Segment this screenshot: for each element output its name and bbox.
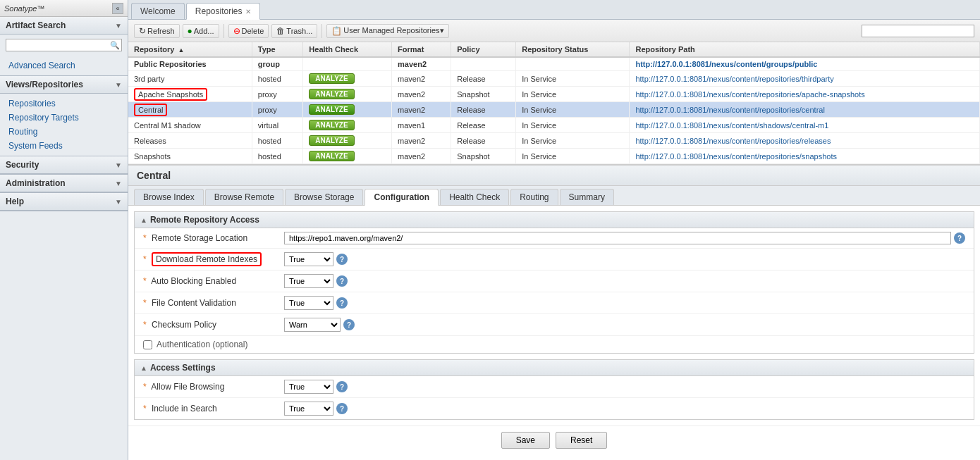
reset-button[interactable]: Reset [556, 432, 607, 449]
col-format[interactable]: Format [392, 42, 451, 57]
checksum-policy-select[interactable]: Warn Ignore Strict [284, 318, 341, 332]
artifact-search-header[interactable]: Artifact Search ▼ [0, 17, 128, 35]
user-managed-button[interactable]: 📋 User Managed Repositories▾ [326, 24, 448, 38]
advanced-search-link[interactable]: Advanced Search [0, 58, 128, 73]
search-icon[interactable]: 🔍 [110, 41, 120, 50]
views-repos-header[interactable]: Views/Repositories ▼ [0, 76, 128, 94]
sidebar-item-system-feeds[interactable]: System Feeds [0, 139, 128, 153]
required-marker: * [143, 276, 147, 286]
col-type[interactable]: Type [252, 42, 303, 57]
tab-browse-remote[interactable]: Browse Remote [205, 189, 283, 205]
table-row[interactable]: Snapshots hosted ANALYZE maven2 Snapshot… [128, 149, 980, 164]
table-row[interactable]: Central proxy ANALYZE maven2 Release In … [128, 102, 980, 118]
repo-name: Snapshots [128, 149, 252, 164]
required-marker: * [143, 404, 147, 414]
repo-name: Public Repositories [128, 57, 252, 71]
artifact-search-box: 🔍 [0, 35, 128, 56]
delete-button[interactable]: ⊖ Delete [228, 24, 269, 38]
tab-browse-storage[interactable]: Browse Storage [285, 189, 363, 205]
col-health-check[interactable]: Health Check [303, 42, 392, 57]
tab-browse-index[interactable]: Browse Index [134, 189, 204, 205]
help-header[interactable]: Help ▼ [0, 193, 128, 211]
checksum-help-icon[interactable]: ? [343, 319, 355, 330]
analyze-button[interactable]: ANALYZE [309, 73, 354, 84]
download-remote-indexes-row: * Download Remote Indexes True False ? [135, 249, 974, 271]
download-indexes-help-icon[interactable]: ? [336, 254, 348, 265]
trash-button[interactable]: 🗑 Trash... [271, 24, 317, 38]
tab-routing[interactable]: Routing [510, 189, 558, 205]
auth-checkbox[interactable] [143, 340, 152, 349]
auth-label: Authentication (optional) [157, 340, 247, 349]
table-row[interactable]: Releases hosted ANALYZE maven2 Release I… [128, 133, 980, 149]
table-row[interactable]: Public Repositories group maven2 http://… [128, 57, 980, 71]
col-status[interactable]: Repository Status [516, 42, 630, 57]
repo-path: http://127.0.0.1:8081/nexus/content/repo… [630, 87, 980, 102]
download-remote-indexes-select[interactable]: True False [284, 252, 333, 266]
delete-icon: ⊖ [233, 26, 240, 36]
auto-blocking-select[interactable]: True False [284, 274, 333, 288]
col-repository[interactable]: Repository ▲ [128, 42, 252, 57]
file-content-validation-select[interactable]: True False [284, 296, 333, 310]
tab-repositories[interactable]: Repositories ✕ [186, 3, 260, 20]
analyze-button[interactable]: ANALYZE [309, 151, 354, 161]
main-area: Welcome Repositories ✕ ↻ Refresh ● Add..… [128, 0, 980, 460]
analyze-button[interactable]: ANALYZE [309, 89, 354, 99]
search-input[interactable] [6, 39, 122, 51]
analyze-button[interactable]: ANALYZE [309, 120, 354, 130]
include-search-help-icon[interactable]: ? [336, 403, 348, 414]
table-row[interactable]: Central M1 shadow virtual ANALYZE maven1… [128, 118, 980, 133]
administration-header[interactable]: Administration ▼ [0, 175, 128, 192]
col-policy[interactable]: Policy [451, 42, 516, 57]
refresh-button[interactable]: ↻ Refresh [134, 24, 180, 38]
allow-file-browsing-row: * Allow File Browsing True False ? [135, 376, 974, 398]
collapse-icon: ▲ [140, 216, 147, 224]
analyze-button-green[interactable]: ANALYZE [309, 104, 354, 115]
add-icon: ● [188, 26, 192, 36]
repository-table: Repository ▲ Type Health Check Format Po… [128, 42, 980, 164]
close-repositories-tab[interactable]: ✕ [245, 8, 251, 15]
tab-summary[interactable]: Summary [560, 189, 614, 205]
allow-browsing-help-icon[interactable]: ? [336, 381, 348, 392]
table-row[interactable]: Apache Snapshots proxy ANALYZE maven2 Sn… [128, 87, 980, 102]
repository-table-wrap: Repository ▲ Type Health Check Format Po… [128, 42, 980, 165]
table-row[interactable]: 3rd party hosted ANALYZE maven2 Release … [128, 71, 980, 87]
access-settings-section: ▲ Access Settings * Allow File Browsing … [134, 359, 974, 420]
sidebar-collapse-button[interactable]: « [112, 3, 123, 14]
auto-blocking-row: * Auto Blocking Enabled True False ? [135, 271, 974, 292]
separator-2 [321, 24, 322, 38]
repo-policy: Release [451, 71, 516, 87]
repo-health [303, 57, 392, 71]
repo-status: In Service [516, 102, 630, 118]
toolbar: ↻ Refresh ● Add... ⊖ Delete 🗑 Trash... 📋… [128, 20, 980, 42]
configuration-panel: ▲ Remote Repository Access * Remote Stor… [128, 211, 980, 454]
tab-health-check[interactable]: Health Check [440, 189, 509, 205]
remote-storage-help-icon[interactable]: ? [954, 232, 965, 244]
include-in-search-select[interactable]: True False [284, 402, 333, 416]
sidebar-item-repository-targets[interactable]: Repository Targets [0, 111, 128, 125]
remote-access-header[interactable]: ▲ Remote Repository Access [135, 212, 974, 228]
auto-blocking-help-icon[interactable]: ? [336, 275, 348, 287]
access-settings-header[interactable]: ▲ Access Settings [135, 360, 974, 376]
toolbar-search-input[interactable] [862, 25, 974, 37]
required-marker: * [143, 254, 147, 264]
allow-file-browsing-select[interactable]: True False [284, 380, 333, 394]
analyze-button[interactable]: ANALYZE [309, 135, 354, 146]
remote-storage-location-input[interactable] [284, 232, 951, 244]
tab-configuration[interactable]: Configuration [365, 189, 439, 206]
col-path[interactable]: Repository Path [630, 42, 980, 57]
file-validation-help-icon[interactable]: ? [336, 297, 348, 309]
repo-format: maven1 [392, 118, 451, 133]
repo-type: proxy [252, 102, 303, 118]
repo-format: maven2 [392, 149, 451, 164]
add-button[interactable]: ● Add... [183, 24, 219, 38]
repo-status: In Service [516, 71, 630, 87]
sidebar-item-routing[interactable]: Routing [0, 125, 128, 139]
repo-name: 3rd party [128, 71, 252, 87]
save-button[interactable]: Save [501, 432, 550, 449]
repo-type: hosted [252, 71, 303, 87]
tab-welcome[interactable]: Welcome [131, 3, 185, 19]
content-area: Repository ▲ Type Health Check Format Po… [128, 42, 980, 460]
security-header[interactable]: Security ▼ [0, 156, 128, 174]
views-repos-section: Views/Repositories ▼ Repositories Reposi… [0, 76, 128, 156]
sidebar-item-repositories[interactable]: Repositories [0, 97, 128, 111]
